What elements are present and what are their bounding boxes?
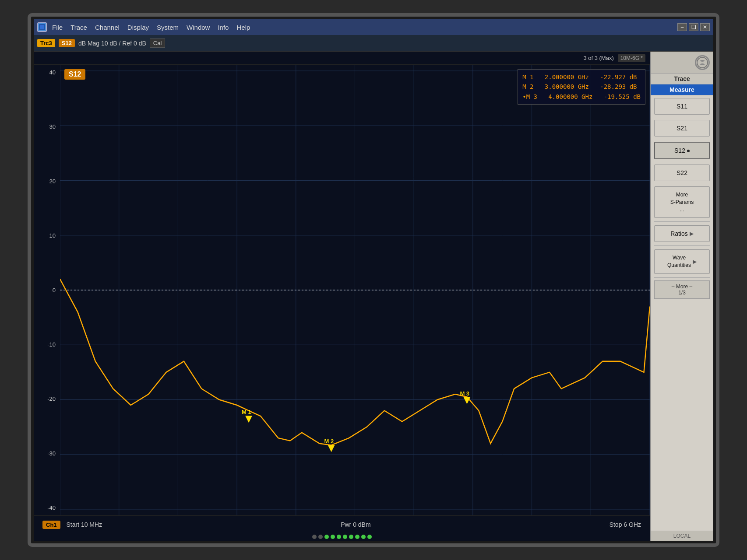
window-controls: – ❑ ✕	[677, 23, 710, 31]
menu-trace[interactable]: Trace	[70, 24, 87, 31]
marker-2-freq: 3.000000 GHz	[545, 83, 589, 90]
marker-3-freq: 4.000000 GHz	[548, 93, 592, 100]
marker-2-id: M 2	[522, 83, 533, 90]
marker-3-id: M 3	[526, 93, 537, 100]
menu-channel[interactable]: Channel	[95, 24, 120, 31]
dot-5	[337, 535, 341, 539]
stop-label: Stop 6 GHz	[610, 521, 641, 528]
marker-1-id: M 1	[522, 74, 533, 80]
close-button[interactable]: ✕	[700, 23, 710, 31]
dot-8	[355, 535, 359, 539]
pwr-center: Pwr 0 dBm	[341, 521, 370, 528]
dot-2	[318, 535, 323, 539]
more-sparams-button[interactable]: MoreS-Params...	[654, 186, 710, 218]
dot-4	[331, 535, 335, 539]
chart-area: 3 of 3 (Max) 10M-6G * 40 30 20 10 0 -10 …	[34, 52, 650, 541]
dot-7	[349, 535, 353, 539]
y-label-0: 0	[35, 287, 58, 294]
menu-system[interactable]: System	[157, 24, 179, 31]
local-label: LOCAL	[651, 531, 713, 541]
trace-badge: S12	[59, 39, 75, 47]
title-bar: File Trace Channel Display System Window…	[34, 19, 713, 35]
restore-button[interactable]: ❑	[689, 23, 698, 31]
more-button[interactable]: – More –1/3	[654, 280, 710, 299]
rp-logo	[651, 52, 713, 74]
menu-display[interactable]: Display	[127, 24, 149, 31]
menu-info[interactable]: Info	[218, 24, 229, 31]
rp-divider-3	[654, 277, 710, 278]
y-axis: 40 30 20 10 0 -10 -20 -30 -40	[34, 65, 60, 515]
marker-3-row: •M 3 4.000000 GHz -19.525 dB	[522, 92, 641, 102]
menu-bar: File Trace Channel Display System Window…	[52, 24, 250, 31]
ratios-label: Ratios	[670, 230, 688, 237]
y-label-10: 10	[35, 232, 58, 239]
pwr-label: Pwr 0 dBm	[341, 521, 370, 528]
y-label-neg10: -10	[35, 341, 58, 348]
dot-6	[343, 535, 347, 539]
rp-divider-2	[654, 245, 710, 246]
menu-file[interactable]: File	[52, 24, 63, 31]
y-label-neg30: -30	[35, 450, 58, 457]
toolbar: Trc3 S12 dB Mag 10 dB / Ref 0 dB Cal	[34, 35, 713, 52]
right-panel: Trace Measure S11 S21 S12 S22 MoreS-Para…	[650, 52, 713, 541]
marker-1-value: -22.927 dB	[600, 74, 637, 80]
menu-help[interactable]: Help	[236, 24, 250, 31]
svg-rect-1	[40, 25, 44, 29]
dot-9	[361, 535, 366, 539]
dots-indicator-bar	[34, 533, 650, 541]
chart-bottom-bar: Ch1 Start 10 MHz Pwr 0 dBm Stop 6 GHz	[34, 515, 650, 533]
y-label-40: 40	[35, 69, 58, 76]
marker-1-freq: 2.000000 GHz	[545, 74, 589, 80]
dot-10	[367, 535, 372, 539]
wave-label: WaveQuantities	[667, 254, 691, 269]
wave-quantities-button[interactable]: WaveQuantities ▶	[654, 249, 710, 274]
rp-divider-1	[654, 221, 710, 222]
marker-3-bullet: •	[522, 93, 526, 100]
chart-canvas[interactable]	[60, 65, 650, 515]
ch1-badge: Ch1	[42, 521, 60, 529]
marker-table: M 1 2.000000 GHz -22.927 dB M 2 3.000000…	[518, 69, 645, 105]
minimize-button[interactable]: –	[677, 23, 687, 31]
marker-1-row: M 1 2.000000 GHz -22.927 dB	[522, 72, 641, 82]
ratios-arrow-icon: ▶	[690, 231, 694, 237]
ratios-button[interactable]: Ratios ▶	[654, 225, 710, 242]
rp-measure-active[interactable]: Measure	[651, 84, 713, 95]
main-area: 3 of 3 (Max) 10M-6G * 40 30 20 10 0 -10 …	[34, 52, 713, 541]
y-label-neg40: -40	[35, 504, 58, 511]
app-icon	[37, 22, 47, 32]
menu-window[interactable]: Window	[187, 24, 210, 31]
wave-arrow-icon: ▶	[693, 258, 697, 266]
cal-badge[interactable]: Cal	[150, 38, 166, 48]
s22-button[interactable]: S22	[654, 164, 710, 181]
stop-right: Stop 6 GHz	[610, 521, 641, 528]
dot-3	[324, 535, 329, 539]
chart-inner: 40 30 20 10 0 -10 -20 -30 -40 S12	[34, 65, 650, 515]
trc-badge: Trc3	[37, 39, 55, 47]
page-info: 3 of 3 (Max)	[583, 55, 613, 61]
s21-button[interactable]: S21	[654, 120, 710, 136]
marker-2-value: -28.293 dB	[600, 83, 637, 90]
freq-range: 10M-6G *	[618, 54, 645, 62]
ch1-start: Ch1 Start 10 MHz	[42, 521, 102, 528]
scale-label: dB Mag 10 dB / Ref 0 dB	[78, 40, 146, 47]
s12-button[interactable]: S12	[654, 142, 710, 159]
y-label-20: 20	[35, 178, 58, 185]
marker-2-row: M 2 3.000000 GHz -28.293 dB	[522, 82, 641, 91]
s12-chart-label: S12	[64, 69, 85, 80]
start-label: Start 10 MHz	[66, 521, 102, 528]
s11-button[interactable]: S11	[654, 98, 710, 115]
y-label-30: 30	[35, 123, 58, 130]
svg-point-2	[697, 57, 708, 68]
chart-canvas-wrap: S12 M 1 2.000000 GHz -22.927 dB M 2 3.00…	[60, 65, 650, 515]
chart-top-bar: 3 of 3 (Max) 10M-6G *	[34, 52, 650, 65]
dot-1	[312, 535, 317, 539]
rp-trace-title: Trace	[651, 74, 713, 84]
y-label-neg20: -20	[35, 396, 58, 402]
monitor: File Trace Channel Display System Window…	[28, 13, 719, 547]
marker-3-value: -19.525 dB	[604, 93, 641, 100]
logo-circle	[695, 55, 710, 70]
